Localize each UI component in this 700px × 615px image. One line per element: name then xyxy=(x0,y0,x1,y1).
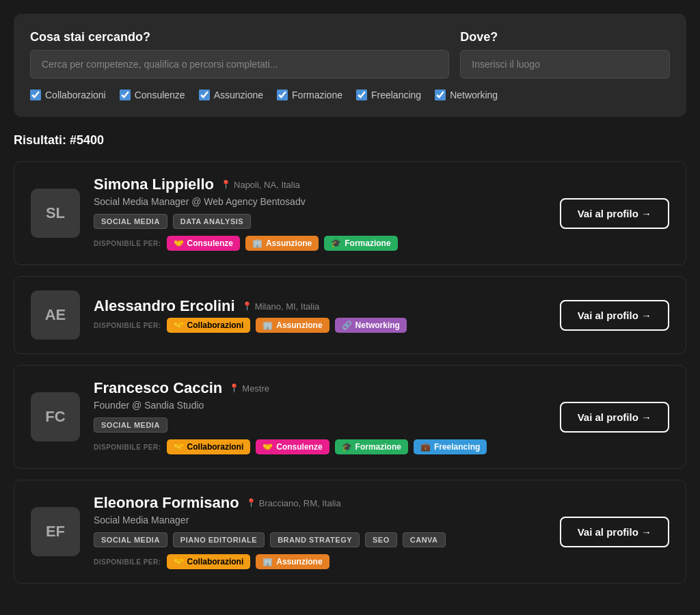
consulenze-icon: 🤝 xyxy=(262,442,273,452)
avatar: EF xyxy=(31,507,80,556)
filter-checkbox-collaborazioni[interactable] xyxy=(30,90,41,100)
skill-tag: SOCIAL MEDIA xyxy=(94,214,167,229)
skill-tag: SOCIAL MEDIA xyxy=(94,418,167,433)
skill-tag: DATA ANALYSIS xyxy=(173,214,251,229)
profile-name: Eleonora Formisano xyxy=(94,494,239,512)
profile-info: Eleonora Formisano📍 Bracciano, RM, Itali… xyxy=(94,494,546,569)
skill-tags-row: SOCIAL MEDIA xyxy=(94,418,546,433)
filter-checkbox-networking[interactable] xyxy=(435,90,446,100)
filter-label-consulenze: Consulenze xyxy=(135,90,185,100)
filter-label-collaborazioni: Collaborazioni xyxy=(45,90,106,100)
skill-tag: BRAND STRATEGY xyxy=(270,532,360,547)
profiles-list: SLSimona Lippiello📍 Napoli, NA, ItaliaSo… xyxy=(14,161,686,584)
filter-networking[interactable]: Networking xyxy=(435,90,498,100)
profile-action-area: Vai al profilo → xyxy=(560,402,669,433)
collaborazioni-icon: 🤝 xyxy=(174,557,184,566)
disponibile-label: DISPONIBILE PER: xyxy=(94,322,161,329)
pin-icon: 📍 xyxy=(229,383,239,393)
disponibile-label: DISPONIBILE PER: xyxy=(94,240,161,247)
profile-button[interactable]: Vai al profilo → xyxy=(560,198,669,229)
filter-formazione[interactable]: Formazione xyxy=(277,90,342,100)
disponibile-row: DISPONIBILE PER:🤝 Collaborazioni🏢 Assunz… xyxy=(94,318,546,333)
filter-consulenze[interactable]: Consulenze xyxy=(120,90,185,100)
location-input[interactable] xyxy=(460,50,670,79)
search-input[interactable] xyxy=(30,50,449,79)
profile-name-row: Alessandro Ercolini📍 Milano, MI, Italia xyxy=(94,297,546,315)
pin-icon: 📍 xyxy=(242,301,252,311)
networking-icon: 🔗 xyxy=(342,320,352,330)
badge-assunzione: 🏢 Assunzione xyxy=(245,236,319,251)
formazione-icon: 🎓 xyxy=(342,442,352,452)
profile-name-row: Eleonora Formisano📍 Bracciano, RM, Itali… xyxy=(94,494,546,512)
freelancing-icon: 💼 xyxy=(420,442,431,452)
profile-card: AEAlessandro Ercolini📍 Milano, MI, Itali… xyxy=(14,276,686,354)
disponibile-row: DISPONIBILE PER:🤝 Consulenze🏢 Assunzione… xyxy=(94,236,546,251)
skill-tags-row: SOCIAL MEDIAPIANO EDITORIALEBRAND STRATE… xyxy=(94,532,546,547)
profile-name: Francesco Caccin xyxy=(94,379,222,397)
profile-card: SLSimona Lippiello📍 Napoli, NA, ItaliaSo… xyxy=(14,161,686,265)
assunzione-icon: 🏢 xyxy=(252,238,262,248)
profile-card: FCFrancesco Caccin📍 MestreFounder @ Sand… xyxy=(14,365,686,469)
profile-button[interactable]: Vai al profilo → xyxy=(560,300,669,331)
consulenze-icon: 🤝 xyxy=(174,238,184,248)
badge-collaborazioni: 🤝 Collaborazioni xyxy=(167,439,251,454)
skill-tag: PIANO EDITORIALE xyxy=(173,532,265,547)
search-where-group: Dove? xyxy=(460,30,670,79)
filter-label-formazione: Formazione xyxy=(292,90,342,100)
filter-collaborazioni[interactable]: Collaborazioni xyxy=(30,90,106,100)
badge-networking: 🔗 Networking xyxy=(335,318,407,333)
profile-location: 📍 Mestre xyxy=(229,383,269,394)
profile-name-row: Francesco Caccin📍 Mestre xyxy=(94,379,546,397)
collaborazioni-icon: 🤝 xyxy=(174,320,184,330)
profile-button[interactable]: Vai al profilo → xyxy=(560,402,669,433)
filter-row: CollaborazioniConsulenzeAssunzioneFormaz… xyxy=(30,90,670,100)
filter-checkbox-assunzione[interactable] xyxy=(199,90,210,100)
avatar: FC xyxy=(31,392,80,441)
badge-formazione: 🎓 Formazione xyxy=(324,236,397,251)
filter-checkbox-consulenze[interactable] xyxy=(120,90,131,100)
badge-assunzione: 🏢 Assunzione xyxy=(256,554,329,569)
filter-checkbox-freelancing[interactable] xyxy=(356,90,367,100)
profile-location: 📍 Milano, MI, Italia xyxy=(242,301,320,312)
skill-tag: SEO xyxy=(365,532,397,547)
pin-icon: 📍 xyxy=(221,180,231,189)
assunzione-icon: 🏢 xyxy=(262,557,273,566)
filter-label-networking: Networking xyxy=(450,90,498,100)
badge-assunzione: 🏢 Assunzione xyxy=(256,318,329,333)
badge-freelancing: 💼 Freelancing xyxy=(414,439,487,454)
filter-checkbox-formazione[interactable] xyxy=(277,90,288,100)
search-panel: Cosa stai cercando? Dove? Collaborazioni… xyxy=(14,14,686,117)
filter-label-freelancing: Freelancing xyxy=(371,90,421,100)
filter-label-assunzione: Assunzione xyxy=(214,90,263,100)
profile-button[interactable]: Vai al profilo → xyxy=(560,517,669,547)
assunzione-icon: 🏢 xyxy=(262,320,273,330)
filter-assunzione[interactable]: Assunzione xyxy=(199,90,263,100)
profile-card: EFEleonora Formisano📍 Bracciano, RM, Ita… xyxy=(14,480,686,584)
badge-consulenze: 🤝 Consulenze xyxy=(256,439,329,454)
profile-location: 📍 Napoli, NA, Italia xyxy=(221,180,300,190)
avatar: AE xyxy=(31,290,80,340)
badge-collaborazioni: 🤝 Collaborazioni xyxy=(167,318,251,333)
search-what-group: Cosa stai cercando? xyxy=(30,30,449,79)
profile-action-area: Vai al profilo → xyxy=(560,300,669,331)
profile-info: Francesco Caccin📍 MestreFounder @ Sandia… xyxy=(94,379,546,454)
profile-info: Simona Lippiello📍 Napoli, NA, ItaliaSoci… xyxy=(94,176,546,251)
disponibile-row: DISPONIBILE PER:🤝 Collaborazioni🤝 Consul… xyxy=(94,439,546,454)
skill-tag: SOCIAL MEDIA xyxy=(94,532,167,547)
search-what-label: Cosa stai cercando? xyxy=(30,30,449,44)
badge-consulenze: 🤝 Consulenze xyxy=(167,236,240,251)
profile-location: 📍 Bracciano, RM, Italia xyxy=(246,498,341,508)
profile-subtitle: Social Media Manager @ Web Agency Bentos… xyxy=(94,196,546,207)
disponibile-row: DISPONIBILE PER:🤝 Collaborazioni🏢 Assunz… xyxy=(94,554,546,569)
results-count: Risultati: #5400 xyxy=(14,133,686,148)
collaborazioni-icon: 🤝 xyxy=(174,442,184,452)
profile-action-area: Vai al profilo → xyxy=(560,517,669,547)
profile-subtitle: Founder @ Sandia Studio xyxy=(94,400,546,411)
avatar: SL xyxy=(31,189,80,238)
badge-formazione: 🎓 Formazione xyxy=(335,439,408,454)
disponibile-label: DISPONIBILE PER: xyxy=(94,443,161,451)
skill-tag: CANVA xyxy=(403,532,446,547)
filter-freelancing[interactable]: Freelancing xyxy=(356,90,421,100)
profile-name-row: Simona Lippiello📍 Napoli, NA, Italia xyxy=(94,176,546,193)
skill-tags-row: SOCIAL MEDIADATA ANALYSIS xyxy=(94,214,546,229)
